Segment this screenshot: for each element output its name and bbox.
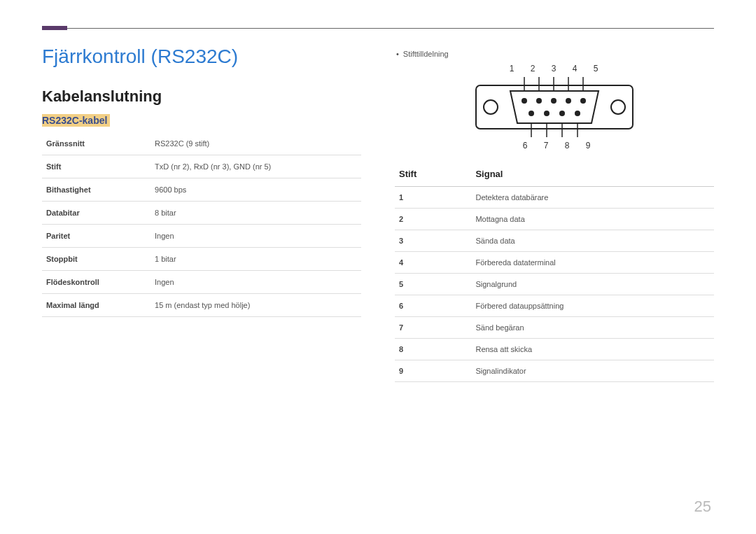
pin-num: 2 (395, 209, 471, 230)
spec-key: Maximal längd (42, 294, 150, 317)
page-title: Fjärrkontroll (RS232C) (42, 45, 361, 68)
svg-rect-0 (476, 85, 633, 129)
pin-signal: Sänd begäran (471, 317, 714, 339)
table-row: 9Signalindikator (395, 360, 714, 382)
top-pin-labels: 1 2 3 4 5 (474, 64, 635, 73)
table-row: 3Sända data (395, 230, 714, 252)
spec-val: RS232C (9 stift) (150, 132, 361, 155)
table-row: 2Mottagna data (395, 209, 714, 230)
pin-signal: Mottagna data (471, 209, 714, 230)
table-row: Bithastighet9600 bps (42, 178, 361, 202)
svg-point-9 (566, 98, 571, 104)
pin-num: 4 (395, 252, 471, 274)
svg-point-19 (575, 111, 580, 116)
pin-num: 1 (395, 187, 471, 209)
bottom-pin-labels: 6 7 8 9 (474, 141, 635, 150)
svg-point-13 (528, 111, 534, 116)
svg-point-15 (544, 111, 550, 116)
svg-point-2 (611, 100, 625, 114)
table-row: 7Sänd begäran (395, 317, 714, 339)
svg-point-11 (580, 98, 586, 104)
signal-col-head: Signal (471, 163, 714, 187)
pin-signal: Rensa att skicka (471, 339, 714, 360)
spec-key: Paritet (42, 225, 150, 248)
table-row: 4Förbereda dataterminal (395, 252, 714, 274)
section-heading: Kabelanslutning (42, 87, 361, 106)
spec-val: 1 bitar (150, 248, 361, 271)
pin-num: 8 (395, 339, 471, 360)
bullet-icon: • (396, 50, 399, 58)
table-row: 8Rensa att skicka (395, 339, 714, 360)
spec-val: Ingen (150, 271, 361, 294)
page-number: 25 (694, 498, 711, 516)
table-row: 5Signalgrund (395, 274, 714, 295)
table-row: 1Detektera databärare (395, 187, 714, 209)
pin-col-head: Stift (395, 163, 471, 187)
table-row: Maximal längd15 m (endast typ med hölje) (42, 294, 361, 317)
spec-table: GränssnittRS232C (9 stift) StiftTxD (nr … (42, 132, 361, 317)
table-row: GränssnittRS232C (9 stift) (42, 132, 361, 155)
table-row: Databitar8 bitar (42, 202, 361, 225)
pin-signal: Detektera databärare (471, 187, 714, 209)
pin-signal: Förbered datauppsättning (471, 295, 714, 317)
pin-signal: Signalgrund (471, 274, 714, 295)
spec-key: Flödeskontroll (42, 271, 150, 294)
spec-val: 8 bitar (150, 202, 361, 225)
pin-signal-table: Stift Signal 1Detektera databärare 2Mott… (395, 163, 714, 382)
table-row: 6Förbered datauppsättning (395, 295, 714, 317)
table-row: StiftTxD (nr 2), RxD (nr 3), GND (nr 5) (42, 155, 361, 178)
pin-signal: Förbereda dataterminal (471, 252, 714, 274)
table-row: Stoppbit1 bitar (42, 248, 361, 271)
pin-signal: Sända data (471, 230, 714, 252)
svg-point-5 (536, 98, 542, 104)
pin-signal: Signalindikator (471, 360, 714, 382)
spec-key: Stoppbit (42, 248, 150, 271)
pin-num: 6 (395, 295, 471, 317)
spec-key: Bithastighet (42, 178, 150, 202)
connector-diagram: 1 2 3 4 5 (395, 64, 714, 150)
top-rule (42, 28, 714, 29)
table-row: FlödeskontrollIngen (42, 271, 361, 294)
spec-key: Stift (42, 155, 150, 178)
spec-key: Databitar (42, 202, 150, 225)
spec-val: TxD (nr 2), RxD (nr 3), GND (nr 5) (150, 155, 361, 178)
table-row: ParitetIngen (42, 225, 361, 248)
bullet-text: Stifttilldelning (403, 50, 449, 58)
accent-bar (42, 26, 67, 30)
pin-num: 3 (395, 230, 471, 252)
pin-num: 5 (395, 274, 471, 295)
spec-val: 15 m (endast typ med hölje) (150, 294, 361, 317)
subsection-heading: RS232C-kabel (42, 114, 110, 127)
svg-point-7 (551, 98, 556, 104)
pin-num: 9 (395, 360, 471, 382)
svg-point-1 (484, 100, 498, 114)
svg-point-17 (559, 111, 565, 116)
spec-key: Gränssnitt (42, 132, 150, 155)
svg-point-3 (522, 98, 527, 104)
pin-assignment-label: •Stifttilldelning (396, 50, 714, 58)
spec-val: 9600 bps (150, 178, 361, 202)
db9-connector-icon (474, 76, 635, 139)
spec-val: Ingen (150, 225, 361, 248)
pin-num: 7 (395, 317, 471, 339)
